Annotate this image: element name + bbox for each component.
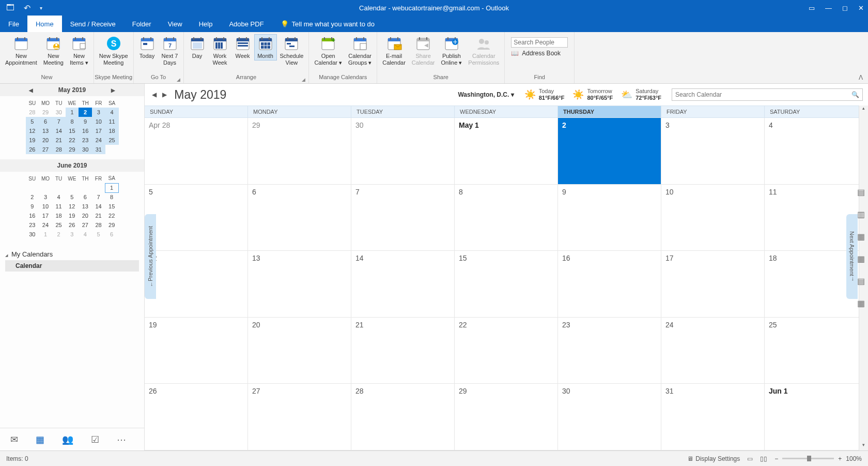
minical-day[interactable]: 25 xyxy=(105,136,119,145)
mail-icon[interactable]: ✉ xyxy=(10,434,18,445)
ribbon-publish-online[interactable]: Publish Online ▾ xyxy=(438,34,466,67)
next-month-icon[interactable]: ▶ xyxy=(160,91,169,98)
calendar-day-cell[interactable]: 29 xyxy=(455,384,558,450)
people-icon[interactable]: 👥 xyxy=(62,434,73,445)
minical-day[interactable]: 8 xyxy=(66,117,79,126)
minical-day[interactable]: 15 xyxy=(66,126,79,136)
minical-day[interactable]: 6 xyxy=(39,117,52,126)
minical-day[interactable]: 20 xyxy=(79,211,92,220)
minimize-icon[interactable]: — xyxy=(825,4,832,12)
minical-day[interactable]: 25 xyxy=(52,220,66,230)
minical-day[interactable]: 22 xyxy=(66,136,79,145)
minical-day[interactable]: 6 xyxy=(105,230,118,239)
menu-tab-adobe-pdf[interactable]: Adobe PDF xyxy=(221,16,272,32)
calendar-day-cell[interactable]: 3 xyxy=(661,118,765,184)
minical-day[interactable]: 14 xyxy=(52,126,66,136)
ribbon-new-items[interactable]: New Items ▾ xyxy=(67,34,91,67)
minical-day[interactable]: 17 xyxy=(92,126,105,136)
minical-day[interactable]: 30 xyxy=(79,145,92,154)
calendar-day-cell[interactable]: 26 xyxy=(145,384,248,450)
minical-day[interactable]: 5 xyxy=(92,230,105,239)
calendar-day-cell[interactable]: 17 xyxy=(661,251,765,317)
minical-day[interactable]: 18 xyxy=(105,126,119,136)
menu-tab-folder[interactable]: Folder xyxy=(124,16,160,32)
close-icon[interactable]: ✕ xyxy=(858,4,864,12)
minical-day[interactable]: 22 xyxy=(105,211,118,220)
minical-day[interactable]: 31 xyxy=(92,145,105,154)
peek-day-icon[interactable]: ▤ xyxy=(857,187,865,197)
minical-day[interactable]: 19 xyxy=(26,136,39,145)
minical-day[interactable]: 24 xyxy=(92,136,105,145)
calendar-day-cell[interactable]: 10 xyxy=(661,185,765,251)
calendar-day-cell[interactable]: 30 xyxy=(351,118,455,184)
minical-day[interactable]: 29 xyxy=(66,145,79,154)
calendar-day-cell[interactable]: 4 xyxy=(765,118,868,184)
calendar-day-cell[interactable]: 29 xyxy=(248,118,351,184)
ribbon-day[interactable]: Day xyxy=(186,34,209,61)
more-icon[interactable]: ⋯ xyxy=(117,434,126,445)
minical-day[interactable]: 1 xyxy=(66,108,79,117)
calendar-day-cell[interactable]: 8 xyxy=(455,185,558,251)
ribbon-new-skype-meeting[interactable]: SNew Skype Meeting xyxy=(96,34,131,67)
calendar-day-cell[interactable]: 25 xyxy=(765,318,868,384)
search-people-input[interactable] xyxy=(511,37,568,48)
minical-day[interactable]: 16 xyxy=(26,211,39,220)
minical-day[interactable]: 13 xyxy=(39,126,52,136)
peek-month-icon[interactable]: ▦ xyxy=(857,254,865,264)
menu-tab-home[interactable]: Home xyxy=(27,16,62,32)
minical-day[interactable]: 1 xyxy=(105,183,118,192)
tell-me[interactable]: 💡Tell me what you want to do xyxy=(272,16,383,32)
ribbon-options-icon[interactable]: ▭ xyxy=(809,4,815,12)
peek-list-icon[interactable]: ▦ xyxy=(857,298,865,308)
ribbon-new-appointment[interactable]: New Appointment xyxy=(2,34,40,67)
calendar-day-cell[interactable]: Apr 28 xyxy=(145,118,248,184)
zoom-out-icon[interactable]: − xyxy=(774,455,778,462)
scroll-up-icon[interactable]: ▴ xyxy=(859,106,868,114)
calendar-day-cell[interactable]: 5 xyxy=(145,185,248,251)
ribbon-e-mail-calendar[interactable]: E-mail Calendar xyxy=(379,34,409,67)
calendar-day-cell[interactable]: 20 xyxy=(248,318,351,384)
minical-day[interactable]: 26 xyxy=(26,145,39,154)
minical-day[interactable]: 30 xyxy=(52,108,66,117)
minical-day[interactable]: 30 xyxy=(26,230,39,239)
calendar-day-cell[interactable]: 14 xyxy=(351,251,455,317)
collapse-ribbon-icon[interactable]: ᐱ xyxy=(859,74,863,81)
ribbon-today[interactable]: Today xyxy=(136,34,159,61)
scroll-down-icon[interactable]: ▾ xyxy=(859,442,868,450)
minical-day[interactable]: 17 xyxy=(39,211,52,220)
minical-day[interactable]: 3 xyxy=(92,108,105,117)
previous-appointment-tab[interactable]: ←Previous Appointment xyxy=(145,214,156,299)
minical-day[interactable]: 13 xyxy=(79,202,92,211)
calendar-day-cell[interactable]: 23 xyxy=(558,318,661,384)
calendar-day-cell[interactable]: May 1 xyxy=(455,118,558,184)
qat-save-icon[interactable]: 🗔 xyxy=(6,3,14,12)
minical-day[interactable]: 7 xyxy=(52,117,66,126)
minical-day[interactable]: 8 xyxy=(105,192,118,202)
ribbon-open-calendar[interactable]: + Open Calendar ▾ xyxy=(311,34,345,67)
peek-week-icon[interactable]: ▦ xyxy=(857,232,865,242)
prev-month-icon[interactable]: ◀ xyxy=(150,91,159,98)
minical-day[interactable]: 10 xyxy=(39,202,52,211)
minical-day[interactable]: 1 xyxy=(39,230,52,239)
calendar-day-cell[interactable]: 9 xyxy=(558,185,661,251)
menu-tab-send-receive[interactable]: Send / Receive xyxy=(62,16,124,32)
calendar-day-cell[interactable]: 15 xyxy=(455,251,558,317)
calendar-day-cell[interactable]: 6 xyxy=(248,185,351,251)
ribbon-new-meeting[interactable]: New Meeting xyxy=(40,34,67,67)
minical-day[interactable]: 2 xyxy=(79,108,92,117)
view-reading-icon[interactable]: ▯▯ xyxy=(760,455,767,462)
minical-day[interactable]: 28 xyxy=(92,220,105,230)
peek-workweek-icon[interactable]: ▥ xyxy=(857,209,865,219)
minical-day[interactable]: 18 xyxy=(52,211,66,220)
minical-day[interactable]: 21 xyxy=(92,211,105,220)
menu-tab-file[interactable]: File xyxy=(0,16,27,32)
minical-day[interactable]: 12 xyxy=(26,126,39,136)
minical-day[interactable]: 4 xyxy=(52,192,66,202)
minical-day[interactable]: 5 xyxy=(65,192,79,202)
calendar-icon[interactable]: ▦ xyxy=(36,434,44,445)
minical-day[interactable]: 12 xyxy=(65,202,79,211)
minical-day[interactable]: 27 xyxy=(79,220,92,230)
minical-day[interactable]: 9 xyxy=(26,202,39,211)
minical-day[interactable]: 27 xyxy=(39,145,52,154)
address-book-button[interactable]: 📖Address Book xyxy=(511,50,568,57)
